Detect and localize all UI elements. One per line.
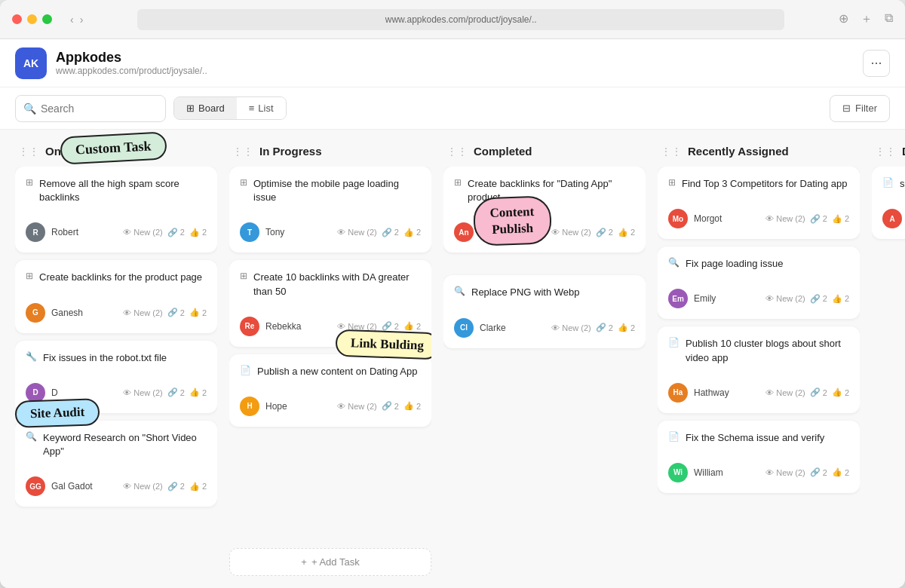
like-icon: 👍 [189,387,200,397]
column-recently-assigned: ⋮⋮ Recently Assigned ⊞ Find Top 3 Compet… [658,142,860,576]
like-meta: 👍 2 [618,228,635,237]
task-type-icon: 🔍 [26,431,37,442]
assignee-name: Clarke [480,323,545,333]
card-meta: 👁 New (2) 🔗 2 👍 2 [337,228,421,237]
search-input[interactable] [41,103,158,115]
eye-icon: 👁 [123,228,131,237]
eye-icon: 👁 [551,323,560,332]
back-icon[interactable]: ‹ [70,14,74,26]
drag-icon: ⋮⋮ [18,145,39,158]
like-meta: 👍 2 [618,323,635,332]
assignee-name: Ganesh [51,308,117,318]
card-c10[interactable]: ⊞ Find Top 3 Competitors for Dating app … [658,167,860,239]
card-title-row: 📄 Fix the Schema issue and verify [668,431,849,454]
card-title-row: ⊞ Create backlinks for the product page [26,271,207,293]
task-type-icon: ⊞ [668,177,676,188]
eye-icon: 👁 [123,308,131,317]
status-badge: 👁 New (2) [123,482,163,491]
like-icon: 👍 [832,387,842,397]
tab-board[interactable]: ⊞ Board [174,97,237,119]
card-c13[interactable]: 📄 Fix the Schema issue and verify Wi Wil… [658,421,860,493]
board-columns: ⋮⋮ On going Custom Task ⊞ Remove all the… [15,142,905,576]
eye-icon: 👁 [337,402,345,411]
avatar: Mo [668,209,688,228]
duplicate-icon[interactable]: ⧉ [885,11,893,27]
forward-icon[interactable]: › [80,14,84,26]
assignee-name: D [51,387,117,398]
assignee-name: Emily [694,293,759,304]
card-title-text: Keyword Research on "Short Video App" [43,431,207,458]
card-title-row: 🔍 Replace PNG with Webp [454,286,635,308]
annotation-link-building: Link Bulding [336,329,431,360]
card-c6[interactable]: ⊞ Create 10 backlinks with DA greater th… [229,260,431,346]
eye-icon: 👁 [123,482,131,491]
fullscreen-button[interactable] [42,14,52,24]
column-completed: ⋮⋮ Completed ⊞ Create backlinks for "Dat… [443,142,646,576]
eye-icon: 👁 [765,294,774,303]
status-badge: 👁 New (2) [337,402,377,411]
task-type-icon: 🔍 [668,257,680,268]
search-icon: 🔍 [23,103,36,115]
card-title-row: ⊞ Optimise the mobile page loading issue [240,177,421,213]
title-bar: ‹ › www.appkodes.com/product/joysale/.. … [0,0,905,39]
status-badge: 👁 New (2) [123,388,163,397]
board-area: ⋮⋮ On going Custom Task ⊞ Remove all the… [0,130,905,588]
card-footer: Cl Clarke 👁 New (2) 🔗 2 👍 [454,318,635,338]
card-meta: 👁 New (2) 🔗 2 👍 2 [765,214,849,224]
card-c2[interactable]: ⊞ Create backlinks for the product page … [15,260,217,332]
card-c7[interactable]: 📄 Publish a new content on Dating App H … [229,354,431,427]
avatar: G [26,303,45,323]
status-badge: 👁 New (2) [123,228,163,237]
annotation-content-publish: ContentPublish [473,195,552,247]
tab-list[interactable]: ≡ List [237,97,286,119]
task-type-icon: ⊞ [26,271,33,281]
like-icon: 👍 [832,294,842,304]
avatar: T [240,222,259,242]
task-type-icon: 📄 [668,431,680,442]
column-header-in-progress: ⋮⋮ In Progress [229,142,431,167]
avatar: Ha [668,383,688,403]
filter-button[interactable]: ⊟ Filter [830,95,890,122]
more-options-button[interactable]: ··· [863,50,890,77]
link-meta: 🔗 2 [596,323,613,332]
search-box[interactable]: 🔍 [15,95,166,122]
card-footer: R Robert 👁 New (2) 🔗 2 👍 [26,222,207,242]
card-c3[interactable]: 🔧 Fix issues in the robot.txt file D D 👁… [15,341,217,413]
share-icon[interactable]: ⊕ [839,11,848,27]
card-c1[interactable]: ⊞ Remove all the high spam score backlin… [15,167,217,253]
avatar: GG [26,476,45,496]
card-c4[interactable]: 🔍 Keyword Research on "Short Video App" … [15,421,217,507]
close-button[interactable] [12,14,22,24]
eye-icon: 👁 [337,322,345,331]
card-title-text: Find Top 3 Competitors for Dating app [682,177,847,191]
new-tab-icon[interactable]: ＋ [861,11,873,27]
avatar: An [454,222,474,242]
more-dots-icon: ··· [870,55,882,71]
card-footer: Em Emily 👁 New (2) 🔗 2 👍 [668,289,849,308]
card-title-text: Fix the Schema issue and verify [686,431,824,445]
card-c11[interactable]: 🔍 Fix page loading issue Em Emily 👁 New … [658,247,860,319]
status-badge: 👁 New (2) [123,308,163,317]
card-c5[interactable]: ⊞ Optimise the mobile page loading issue… [229,167,431,253]
eye-icon: 👁 [765,388,774,397]
add-task-button[interactable]: ++ Add Task [229,548,431,576]
card-c14[interactable]: 📄 sc... A and... [872,167,905,239]
card-meta: 👁 New (2) 🔗 2 👍 2 [337,401,421,411]
link-icon: 🔗 [382,401,392,411]
minimize-button[interactable] [27,14,37,24]
card-c12[interactable]: 📄 Publish 10 cluster blogs about short v… [658,326,860,412]
task-type-icon: 📄 [668,337,680,348]
card-footer: Mo Morgot 👁 New (2) 🔗 2 👍 [668,209,849,228]
link-icon: 🔗 [167,228,178,237]
card-title-row: 🔍 Keyword Research on "Short Video App" [26,431,207,467]
card-c9[interactable]: 🔍 Replace PNG with Webp Cl Clarke 👁 New … [443,275,646,348]
drag-icon: ⋮⋮ [232,145,253,158]
card-title-row: 🔧 Fix issues in the robot.txt file [26,351,207,374]
url-text: www.appkodes.com/product/joysale/.. [385,14,537,25]
window-frame: ‹ › www.appkodes.com/product/joysale/.. … [0,0,905,588]
link-icon: 🔗 [167,387,178,397]
card-title-text: Publish 10 cluster blogs about short vid… [686,337,849,364]
card-title-text: Replace PNG with Webp [471,286,580,299]
card-title-row: 🔍 Fix page loading issue [668,257,849,280]
like-icon: 👍 [189,228,200,237]
